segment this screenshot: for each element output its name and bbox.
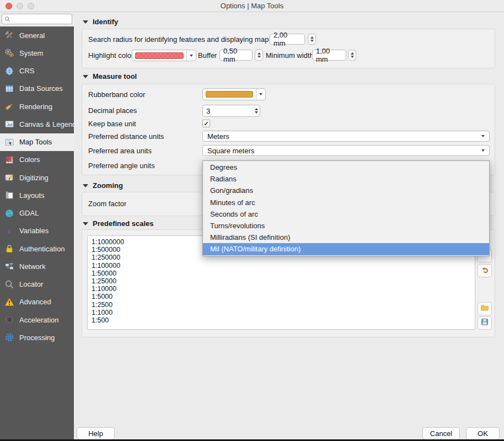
keep-base-unit-label: Keep base unit [88,120,136,128]
sidebar-item-authentication[interactable]: Authentication [0,240,74,257]
warning-icon [4,297,14,307]
sidebar-item-general[interactable]: General [0,26,74,44]
minimize-window-button[interactable] [17,3,23,9]
section-header-zooming[interactable]: Zooming [83,181,123,190]
scale-item[interactable]: 1:1000 [92,309,475,316]
sidebar-item-rendering[interactable]: Rendering [0,98,74,115]
keep-base-unit-checkbox[interactable]: ✓ [202,120,210,127]
sidebar-item-map-tools[interactable]: Map Tools [0,133,74,151]
folder-icon [480,303,489,314]
scale-item[interactable]: 1:25000 [92,277,475,285]
sidebar-item-variables[interactable]: ε Variables [0,222,74,240]
sidebar-item-label: Digitizing [19,174,49,182]
scale-item[interactable]: 1:100000 [92,262,475,270]
chevron-down-icon[interactable] [186,50,196,61]
sidebar-item-system[interactable]: System [0,44,74,62]
angle-units-dropdown: Degrees Radians Gon/gradians Minutes of … [202,160,490,256]
map-picture-icon [4,119,14,129]
check-icon: ✓ [203,120,208,127]
chevron-down-icon[interactable] [256,89,265,100]
dropdown-option[interactable]: Radians [203,173,489,185]
settings-sidebar: General System CRS Data Sources Renderin… [0,12,74,439]
cancel-button[interactable]: Cancel [422,427,460,440]
restore-default-scales-button[interactable] [478,264,492,277]
sidebar-item-label: GDAL [19,209,39,217]
preferred-angle-units-label: Preferred angle units [88,162,155,170]
search-radius-field[interactable]: 2,00 mm [270,34,305,45]
scale-item[interactable]: 1:2500 [92,301,475,309]
sidebar-item-acceleration[interactable]: Acceleration [0,311,74,329]
buffer-label: Buffer [198,51,217,60]
sidebar-item-data-sources[interactable]: Data Sources [0,80,74,98]
map-cursor-icon [4,137,14,147]
sidebar-item-canvas-legend[interactable]: Canvas & Legend [0,115,74,133]
chip-icon [4,315,14,325]
sidebar-item-label: Variables [19,227,49,235]
dropdown-option[interactable]: Milliradians (SI definition) [203,232,489,243]
search-radius-stepper[interactable] [308,34,316,45]
preferred-area-units-combobox[interactable]: Square meters [202,145,490,156]
section-header-identify[interactable]: Identify [83,18,118,26]
sidebar-items: General System CRS Data Sources Renderin… [0,26,74,347]
sidebar-item-label: Authentication [19,245,65,253]
scale-item[interactable]: 1:500 [92,316,475,324]
sidebar-item-label: Layouts [19,191,45,200]
window-title: Options | Map Tools [221,2,283,10]
export-scales-button[interactable] [478,316,492,330]
sidebar-item-crs[interactable]: CRS [0,62,74,80]
lock-icon [4,244,14,254]
dropdown-option[interactable]: Gon/gradians [203,185,489,196]
minimum-width-stepper[interactable] [348,50,356,61]
sidebar-item-label: Rendering [19,103,52,111]
scale-item[interactable]: 1:10000 [92,285,475,293]
search-icon [4,14,10,24]
svg-text:ε: ε [8,227,11,235]
section-header-predefined-scales[interactable]: Predefined scales [83,219,154,228]
decimal-places-stepper[interactable] [255,105,258,116]
sidebar-search-input[interactable] [12,15,67,23]
import-scales-button[interactable] [478,302,492,315]
sidebar-item-label: Network [19,262,46,271]
table-icon [4,84,14,94]
highlight-color-label: Highlight color [88,51,133,60]
section-header-measure-tool[interactable]: Measure tool [83,72,137,80]
sidebar-item-gdal[interactable]: GDAL [0,205,74,222]
sidebar-item-locator[interactable]: Locator [0,276,74,293]
sidebar-item-digitizing[interactable]: Digitizing [0,169,74,186]
dropdown-option[interactable]: Minutes of arc [203,197,489,208]
computers-icon [4,261,14,271]
dropdown-option-selected[interactable]: Mil (NATO/military definition) [203,243,489,255]
epsilon-icon: ε [4,226,14,236]
scale-item[interactable]: 1:50000 [92,270,475,277]
decimal-places-label: Decimal places [88,106,137,115]
sidebar-item-label: Colors [19,155,40,164]
dropdown-option[interactable]: Turns/revolutions [203,220,489,232]
sidebar-item-label: Canvas & Legend [19,120,76,128]
sidebar-item-layouts[interactable]: Layouts [0,186,74,204]
decimal-places-field[interactable]: 3 [202,105,260,117]
highlight-color-button[interactable] [132,50,196,61]
buffer-field[interactable]: 0,50 mm [219,50,253,61]
close-window-button[interactable] [6,3,12,9]
sidebar-search-box[interactable] [2,14,72,24]
sidebar-item-colors[interactable]: Colors [0,151,74,169]
floppy-disk-icon [480,318,489,329]
rubberband-color-button[interactable] [202,88,266,100]
maximize-window-button[interactable] [28,3,34,9]
sidebar-item-advanced[interactable]: Advanced [0,293,74,311]
scale-item[interactable]: 1:5000 [92,293,475,300]
sidebar-item-label: General [19,31,45,40]
preferred-area-units-label: Preferred area units [88,147,152,155]
rubberband-color-swatch [206,91,253,98]
dropdown-option[interactable]: Seconds of arc [203,208,489,220]
help-button[interactable]: Help [77,427,115,440]
ok-button[interactable]: OK [466,427,500,440]
preferred-distance-units-combobox[interactable]: Meters [202,131,490,142]
buffer-stepper[interactable] [255,50,263,61]
sidebar-item-processing[interactable]: Processing [0,329,74,346]
minimum-width-field[interactable]: 1,00 mm [312,50,346,61]
section-title: Predefined scales [93,219,154,228]
dropdown-option[interactable]: Degrees [203,162,489,173]
sidebar-item-network[interactable]: Network [0,257,74,275]
sidebar-item-label: Processing [19,334,55,342]
